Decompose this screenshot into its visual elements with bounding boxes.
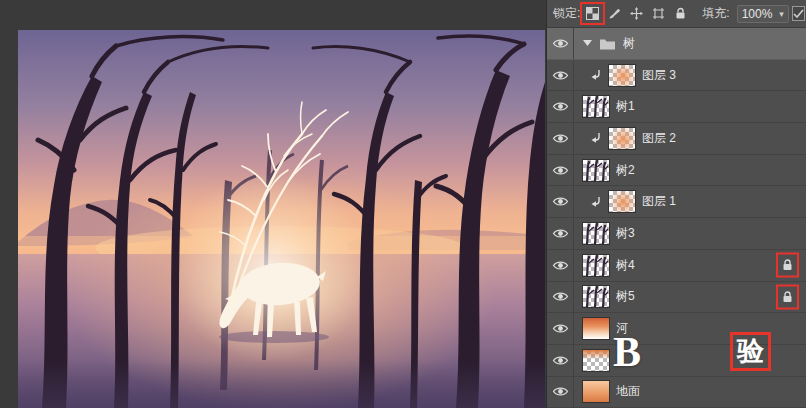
layer-name[interactable]: 树 bbox=[623, 35, 635, 52]
layer-row-body[interactable]: 图层 1 bbox=[574, 186, 806, 217]
layers-panel-toolbar: 锁定: bbox=[547, 0, 806, 28]
fill-dropdown[interactable]: 100% ▾ bbox=[737, 5, 789, 23]
visibility-toggle[interactable] bbox=[547, 313, 574, 344]
layer-thumbnail[interactable] bbox=[609, 191, 635, 212]
prevent-artboard-autonest-button[interactable] bbox=[649, 5, 668, 22]
layer-row[interactable] bbox=[547, 345, 806, 377]
visibility-toggle[interactable] bbox=[547, 250, 574, 281]
layer-lock-icon bbox=[782, 259, 793, 272]
layer-name[interactable]: 地面 bbox=[616, 383, 640, 400]
lock-image-pixels-button[interactable] bbox=[605, 5, 624, 22]
lock-icon bbox=[782, 259, 793, 272]
eye-icon bbox=[552, 195, 569, 208]
eye-icon bbox=[552, 227, 569, 240]
visibility-toggle[interactable] bbox=[547, 91, 574, 122]
layer-thumbnail[interactable] bbox=[583, 223, 609, 244]
eye-icon bbox=[552, 322, 569, 335]
layer-row[interactable]: 图层 1 bbox=[547, 186, 806, 218]
deer-forest-artwork bbox=[18, 30, 545, 408]
layer-thumbnail[interactable] bbox=[609, 128, 635, 149]
layer-row[interactable]: 树2 bbox=[547, 155, 806, 187]
visibility-toggle[interactable] bbox=[547, 155, 574, 186]
layer-row-body[interactable]: 地面 bbox=[574, 377, 806, 408]
artboard-frame-icon bbox=[652, 7, 665, 20]
layer-row-body[interactable]: 图层 3 bbox=[574, 60, 806, 91]
brush-icon bbox=[608, 7, 621, 20]
fill-value: 100% bbox=[742, 7, 773, 21]
layer-name[interactable]: 树1 bbox=[616, 98, 635, 115]
layer-row[interactable]: 图层 3 bbox=[547, 60, 806, 92]
layer-row[interactable]: 树4 bbox=[547, 250, 806, 282]
layer-thumbnail[interactable] bbox=[583, 286, 609, 307]
canvas-area[interactable] bbox=[0, 0, 546, 408]
layer-name[interactable]: 树4 bbox=[616, 257, 635, 274]
layer-row-body[interactable]: 树2 bbox=[574, 155, 806, 186]
layer-row[interactable]: 图层 2 bbox=[547, 123, 806, 155]
layer-row-body[interactable]: 树 bbox=[574, 28, 806, 59]
layer-row-body[interactable]: 图层 2 bbox=[574, 123, 806, 154]
check-icon[interactable] bbox=[792, 6, 805, 21]
clipping-arrow-icon bbox=[590, 196, 602, 208]
lock-icon bbox=[782, 290, 793, 303]
eye-icon bbox=[552, 37, 569, 50]
layer-thumbnail[interactable] bbox=[583, 318, 609, 339]
eye-icon bbox=[552, 259, 569, 272]
layer-lock-icon bbox=[782, 290, 793, 303]
eye-icon bbox=[552, 385, 569, 398]
visibility-toggle[interactable] bbox=[547, 60, 574, 91]
layer-name[interactable]: 图层 1 bbox=[642, 193, 676, 210]
layer-row-body[interactable]: 树1 bbox=[574, 91, 806, 122]
layer-name[interactable]: 树3 bbox=[616, 225, 635, 242]
visibility-toggle[interactable] bbox=[547, 218, 574, 249]
lock-all-button[interactable] bbox=[671, 5, 690, 22]
lock-transparent-pixels-button[interactable] bbox=[583, 5, 602, 22]
eye-icon bbox=[552, 132, 569, 145]
layer-name[interactable]: 图层 3 bbox=[642, 67, 676, 84]
visibility-toggle[interactable] bbox=[547, 345, 574, 376]
layer-name[interactable]: 河 bbox=[616, 320, 628, 337]
eye-icon bbox=[552, 100, 569, 113]
eye-icon bbox=[552, 354, 569, 367]
layer-thumbnail[interactable] bbox=[583, 381, 609, 402]
eye-icon bbox=[552, 290, 569, 303]
tree-thumbnail-art bbox=[583, 160, 609, 181]
visibility-toggle[interactable] bbox=[547, 28, 574, 59]
layer-thumbnail[interactable] bbox=[583, 96, 609, 117]
layer-thumbnail[interactable] bbox=[583, 160, 609, 181]
layer-row-body[interactable] bbox=[574, 345, 806, 376]
visibility-toggle[interactable] bbox=[547, 123, 574, 154]
layer-row[interactable]: 树5 bbox=[547, 282, 806, 314]
layer-thumbnail[interactable] bbox=[583, 255, 609, 276]
visibility-toggle[interactable] bbox=[547, 377, 574, 408]
layer-row-body[interactable]: 河 bbox=[574, 313, 806, 344]
visibility-toggle[interactable] bbox=[547, 282, 574, 313]
move-icon bbox=[630, 7, 643, 20]
layer-row-body[interactable]: 树4 bbox=[574, 250, 806, 281]
visibility-toggle[interactable] bbox=[547, 186, 574, 217]
layers-list: 树图层 3树1图层 2树2图层 1树3树4树5河地面 bbox=[547, 28, 806, 408]
tree-thumbnail-art bbox=[583, 96, 609, 117]
group-expand-chevron[interactable] bbox=[583, 40, 592, 46]
layer-name[interactable]: 树5 bbox=[616, 288, 635, 305]
layer-name[interactable]: 图层 2 bbox=[642, 130, 676, 147]
chevron-down-icon: ▾ bbox=[779, 9, 784, 19]
lock-label: 锁定: bbox=[553, 5, 580, 22]
tree-thumbnail-art bbox=[583, 255, 609, 276]
tree-thumbnail-art bbox=[583, 223, 609, 244]
layer-row[interactable]: 树1 bbox=[547, 91, 806, 123]
layer-thumbnail[interactable] bbox=[609, 65, 635, 86]
fill-label: 填充: bbox=[702, 5, 729, 22]
lock-icon bbox=[675, 7, 686, 20]
layer-row[interactable]: 河 bbox=[547, 313, 806, 345]
layer-name[interactable]: 树2 bbox=[616, 162, 635, 179]
layer-row-body[interactable]: 树3 bbox=[574, 218, 806, 249]
clipping-mask-arrow-icon bbox=[590, 69, 602, 81]
layer-row[interactable]: 地面 bbox=[547, 377, 806, 408]
lock-position-button[interactable] bbox=[627, 5, 646, 22]
folder-icon bbox=[599, 37, 616, 50]
layer-row-body[interactable]: 树5 bbox=[574, 282, 806, 313]
layer-row[interactable]: 树 bbox=[547, 28, 806, 60]
eye-icon bbox=[552, 164, 569, 177]
layer-thumbnail[interactable] bbox=[583, 350, 609, 371]
layer-row[interactable]: 树3 bbox=[547, 218, 806, 250]
